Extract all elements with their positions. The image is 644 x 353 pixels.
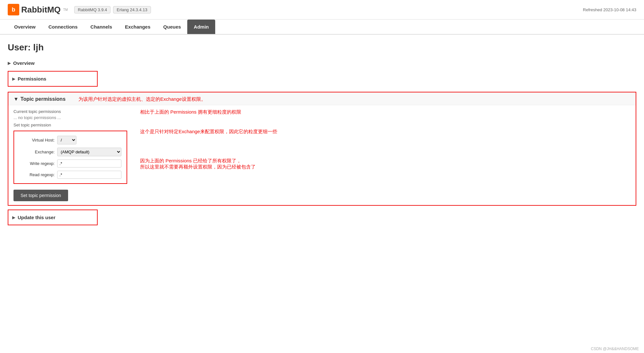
annotation4-block: 因为上面的 Permissions 已经给了所有权限了， 所以这里就不需要再额外… bbox=[140, 158, 631, 170]
logo-tm: TM bbox=[63, 8, 68, 12]
exchange-row: Exchange: (AMQP default) bbox=[19, 148, 121, 156]
page-title: User: ljh bbox=[8, 42, 636, 53]
permissions-label: Permissions bbox=[18, 76, 46, 82]
topic-annotation2: 相比于上面的 Permissions 拥有更细粒度的权限 bbox=[140, 109, 241, 115]
topic-left: Current topic permissions ... no topic p… bbox=[13, 109, 127, 201]
topic-right: 相比于上面的 Permissions 拥有更细粒度的权限 这个是只针对特定Exc… bbox=[140, 109, 631, 174]
topic-inner: Current topic permissions ... no topic p… bbox=[13, 109, 631, 201]
logo-icon: b bbox=[8, 4, 19, 15]
refresh-info: Refreshed 2023-10-08 14:43 bbox=[583, 7, 636, 12]
update-section: ▶ Update this user bbox=[8, 210, 98, 225]
topic-permissions-arrow: ▼ bbox=[13, 96, 19, 102]
write-regexp-row: Write regexp: bbox=[19, 159, 121, 168]
virtual-host-select[interactable]: / bbox=[57, 136, 76, 144]
annotation3-block: 这个是只针对特定Exchange来配置权限，因此它的粒度更细一些 bbox=[140, 129, 631, 135]
nav-admin[interactable]: Admin bbox=[187, 20, 215, 34]
exchange-label: Exchange: bbox=[19, 150, 55, 154]
nav-queues[interactable]: Queues bbox=[157, 20, 187, 34]
version-badges: RabbitMQ 3.9.4 Erlang 24.3.4.13 bbox=[74, 6, 151, 13]
read-regexp-input[interactable] bbox=[57, 171, 121, 179]
nav-bar: Overview Connections Channels Exchanges … bbox=[0, 20, 644, 35]
update-arrow: ▶ bbox=[12, 215, 15, 220]
topic-permissions-card: ▼ Topic permissions 为该用户针对选定的虚拟主机、选定的Exc… bbox=[8, 92, 636, 206]
topic-annotation4-line2: 所以这里就不需要再额外设置权限，因为已经被包含了 bbox=[140, 164, 256, 169]
exchange-select[interactable]: (AMQP default) bbox=[57, 148, 121, 156]
permissions-section: ▶ Permissions bbox=[8, 71, 98, 87]
update-section-header[interactable]: ▶ Update this user bbox=[12, 212, 93, 223]
set-topic-label: Set topic permission bbox=[13, 123, 127, 127]
topic-annotation1: 为该用户针对选定的虚拟主机、选定的Exchange设置权限。 bbox=[78, 96, 206, 102]
annotation2-block: 相比于上面的 Permissions 拥有更细粒度的权限 bbox=[140, 109, 631, 115]
topic-annotation4-line1: 因为上面的 Permissions 已经给了所有权限了， bbox=[140, 158, 241, 163]
nav-connections[interactable]: Connections bbox=[42, 20, 84, 34]
header: b RabbitMQ TM RabbitMQ 3.9.4 Erlang 24.3… bbox=[0, 0, 644, 20]
topic-form: Virtual Host: / Exchange: (AMQP default) bbox=[13, 131, 127, 184]
topic-permissions-title[interactable]: ▼ Topic permissions bbox=[13, 96, 66, 102]
nav-channels[interactable]: Channels bbox=[84, 20, 119, 34]
overview-arrow: ▶ bbox=[8, 61, 11, 65]
no-topic-permissions: ... no topic permissions ... bbox=[13, 115, 127, 120]
read-regexp-row: Read regexp: bbox=[19, 171, 121, 179]
topic-permissions-header: ▼ Topic permissions 为该用户针对选定的虚拟主机、选定的Exc… bbox=[8, 92, 636, 105]
erlang-version-badge: Erlang 24.3.4.13 bbox=[113, 6, 151, 13]
overview-label: Overview bbox=[13, 60, 35, 66]
logo-text: RabbitMQ bbox=[21, 5, 61, 15]
overview-section-header[interactable]: ▶ Overview bbox=[8, 58, 636, 68]
read-regexp-label: Read regexp: bbox=[19, 172, 55, 177]
permissions-arrow: ▶ bbox=[12, 77, 15, 81]
set-topic-permission-button[interactable]: Set topic permission bbox=[13, 190, 68, 201]
write-regexp-label: Write regexp: bbox=[19, 161, 55, 166]
topic-body: Current topic permissions ... no topic p… bbox=[8, 105, 636, 205]
virtual-host-label: Virtual Host: bbox=[19, 138, 55, 142]
virtual-host-row: Virtual Host: / bbox=[19, 136, 121, 144]
logo: b RabbitMQ TM bbox=[8, 4, 68, 15]
content: User: ljh ▶ Overview ▶ Permissions ▼ Top… bbox=[0, 35, 644, 237]
nav-overview[interactable]: Overview bbox=[8, 20, 42, 34]
permissions-section-header[interactable]: ▶ Permissions bbox=[12, 73, 93, 84]
rabbitmq-version-badge: RabbitMQ 3.9.4 bbox=[74, 6, 110, 13]
topic-annotation3: 这个是只针对特定Exchange来配置权限，因此它的粒度更细一些 bbox=[140, 129, 277, 134]
topic-permissions-title-text: Topic permissions bbox=[21, 96, 66, 102]
write-regexp-input[interactable] bbox=[57, 159, 121, 168]
overview-section: ▶ Overview bbox=[8, 58, 636, 68]
current-topic-label: Current topic permissions bbox=[13, 109, 127, 114]
nav-exchanges[interactable]: Exchanges bbox=[119, 20, 157, 34]
update-label: Update this user bbox=[18, 215, 56, 220]
